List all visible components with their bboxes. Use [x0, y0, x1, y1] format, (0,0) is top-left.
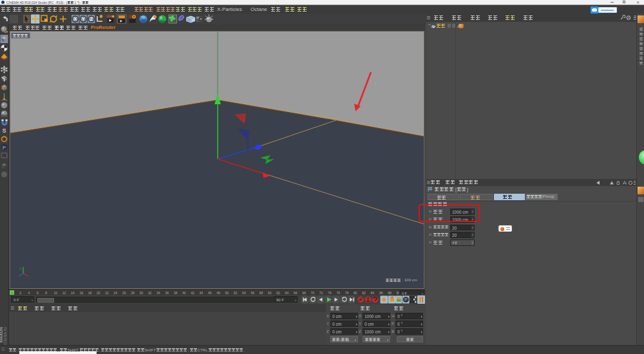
svg-text:P: P: [404, 297, 407, 302]
svg-text:X: X: [73, 16, 77, 22]
svg-text:S: S: [2, 127, 6, 134]
svg-text:P: P: [3, 145, 6, 151]
svg-text:Y: Y: [82, 16, 85, 22]
svg-text:Z: Z: [90, 16, 93, 22]
